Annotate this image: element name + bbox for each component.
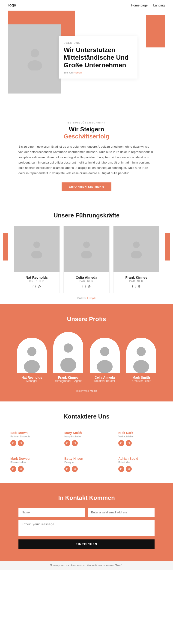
svg-point-12 xyxy=(100,347,109,356)
hero-title: Wir Unterstützen Mittelständische Und Gr… xyxy=(64,46,132,69)
linkedin-icon[interactable]: in xyxy=(118,440,124,446)
team-member-image xyxy=(64,226,109,272)
kontakt-icons: in ✉ xyxy=(10,440,55,446)
linkedin-icon[interactable]: in xyxy=(10,466,16,472)
profis-title: Unsere Profis xyxy=(5,316,168,323)
message-textarea[interactable] xyxy=(19,520,154,536)
kontakt-icons: in ✉ xyxy=(118,440,163,446)
svg-point-9 xyxy=(24,360,40,373)
steigern-eyebrow: BEISPIELÜBERSCHRIFT xyxy=(19,121,154,124)
name-input[interactable] xyxy=(19,508,85,517)
nav-links: Home page Landing xyxy=(131,4,165,7)
steigern-cta-button[interactable]: ERFAHREN SIE MEHR xyxy=(62,182,112,191)
nav-landing[interactable]: Landing xyxy=(153,4,165,7)
email-icon[interactable]: ✉ xyxy=(72,440,78,446)
linkedin-icon[interactable]: in xyxy=(64,466,70,472)
team-member-role: PARTNER xyxy=(64,280,109,282)
kontakt-person-role: Verkaufsleiter xyxy=(118,435,163,438)
kontakt-card: Mark Dowson Finanzdirektor in ✉ xyxy=(7,453,58,476)
svg-point-10 xyxy=(64,344,73,353)
kontakt-grid: Bob Brown Partner, Strategie in ✉ Mary S… xyxy=(7,427,166,476)
email-input[interactable] xyxy=(88,508,154,517)
team-card: Nat Reynolds GRÜNDER f t @ xyxy=(14,226,60,293)
nav-home[interactable]: Home page xyxy=(131,4,148,7)
profis-member-role: Kreativer Leiter xyxy=(126,379,156,382)
svg-point-4 xyxy=(83,242,90,248)
steigern-title: Wir Steigern Geschäftserfolg xyxy=(19,126,154,140)
linkedin-icon[interactable]: in xyxy=(118,466,124,472)
svg-point-8 xyxy=(27,347,37,356)
profis-member-name: Celia Almeda xyxy=(90,376,120,379)
svg-point-5 xyxy=(81,250,92,258)
profis-item: Mark Smith Kreativer Leiter xyxy=(123,335,159,385)
linkedin-icon[interactable]: in xyxy=(64,440,70,446)
team-socials: f t @ xyxy=(64,285,109,288)
profis-member-role: Manager xyxy=(17,379,47,382)
team-member-name: Frank Kinney xyxy=(113,276,159,280)
footer-note: Пример текста. Аликвам, чтобы выбрать эл… xyxy=(0,560,173,570)
hero-content: ÜBER UNS Wir Unterstützen Mittelständisc… xyxy=(59,36,137,78)
profis-grid: Nat Reynolds Manager Frank Kinney Mitbeg… xyxy=(5,330,168,385)
email-icon[interactable]: ✉ xyxy=(18,466,24,472)
email-icon[interactable]: ✉ xyxy=(126,440,132,446)
team-credit: Bild von Freepik xyxy=(7,297,166,300)
kontakt-icons: in ✉ xyxy=(10,466,55,472)
kontakt-card: Betty Nilson Designer in ✉ xyxy=(61,453,112,476)
team-member-role: PARTNER xyxy=(113,280,159,282)
facebook-icon[interactable]: f xyxy=(132,285,133,288)
team-card: Celia Almeda PARTNER f t @ xyxy=(63,226,110,293)
kontakt-card: Mary Smith Hauptbuchalten in ✉ xyxy=(61,427,112,450)
profis-credit-link[interactable]: Freepik xyxy=(88,390,97,392)
twitter-icon[interactable]: t xyxy=(85,285,86,288)
instagram-icon[interactable]: @ xyxy=(137,285,140,288)
svg-point-14 xyxy=(136,347,146,356)
profis-member-role: Mitbegründer + Agent xyxy=(53,379,83,382)
contact-form-section: In Kontakt Kommen EINREICHEN xyxy=(0,483,173,560)
email-icon[interactable]: ✉ xyxy=(72,466,78,472)
kontakt-icons: in ✉ xyxy=(64,466,109,472)
kontakt-person-name: Betty Nilson xyxy=(64,457,109,460)
profis-image xyxy=(17,338,47,373)
team-bg-left xyxy=(3,233,8,260)
team-title: Unsere Führungskräfte xyxy=(7,212,166,219)
twitter-icon[interactable]: t xyxy=(35,285,36,288)
facebook-icon[interactable]: f xyxy=(82,285,83,288)
profis-section: Unsere Profis Nat Reynolds Manager Frank… xyxy=(0,304,173,402)
profis-member-role: Kreativer Berater xyxy=(90,379,120,382)
logo: logo xyxy=(8,3,16,7)
svg-point-3 xyxy=(31,250,42,258)
profis-image xyxy=(90,338,120,373)
form-row-top xyxy=(19,508,154,517)
team-member-name: Celia Almeda xyxy=(64,276,109,280)
email-icon[interactable]: ✉ xyxy=(18,440,24,446)
kontakt-card: Nick Dark Verkaufsleiter in ✉ xyxy=(115,427,166,450)
hero-section: ÜBER UNS Wir Unterstützen Mittelständisc… xyxy=(0,10,173,107)
kontakt-person-name: Mary Smith xyxy=(64,431,109,435)
instagram-icon[interactable]: @ xyxy=(88,285,91,288)
submit-button[interactable]: EINREICHEN xyxy=(19,540,154,549)
kontakt-person-role: Entwickler xyxy=(118,461,163,464)
team-grid: Nat Reynolds GRÜNDER f t @ Celia Almeda … xyxy=(7,226,166,293)
email-icon[interactable]: ✉ xyxy=(126,466,132,472)
profis-member-name: Mark Smith xyxy=(126,376,156,379)
linkedin-icon[interactable]: in xyxy=(10,440,16,446)
team-member-image xyxy=(14,226,60,272)
hero-bg-rect-right xyxy=(146,15,165,48)
svg-point-0 xyxy=(31,49,39,58)
steigern-section: BEISPIELÜBERSCHRIFT Wir Steigern Geschäf… xyxy=(0,107,173,200)
hero-image xyxy=(8,24,61,94)
facebook-icon[interactable]: f xyxy=(33,285,34,288)
kontakt-card: Bob Brown Partner, Strategie in ✉ xyxy=(7,427,58,450)
team-member-role: GRÜNDER xyxy=(14,280,60,282)
team-credit-link[interactable]: Freepik xyxy=(87,297,96,300)
twitter-icon[interactable]: t xyxy=(135,285,136,288)
profis-item: Celia Almeda Kreativer Berater xyxy=(87,335,123,385)
team-socials: f t @ xyxy=(113,285,159,288)
form-title: In Kontakt Kommen xyxy=(19,494,154,502)
hero-credit-link[interactable]: Freepik xyxy=(73,71,82,74)
svg-point-7 xyxy=(131,250,142,258)
instagram-icon[interactable]: @ xyxy=(38,285,41,288)
profis-member-name: Frank Kinney xyxy=(53,376,83,379)
kontakt-person-role: Finanzdirektor xyxy=(10,461,55,464)
kontakt-title: Kontaktiere Uns xyxy=(7,413,166,420)
